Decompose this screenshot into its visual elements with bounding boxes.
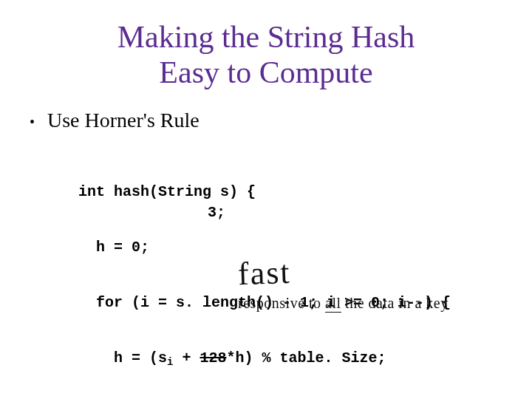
code-frag-4b: + (173, 349, 200, 366)
title-line-1: Making the String Hash (117, 20, 415, 54)
handwriting-fast: fast (237, 256, 291, 290)
code-frag-4a: h = (s (78, 349, 167, 366)
hand-resp-pre: responsive to (238, 295, 325, 311)
code-struck-128: 128 (200, 349, 226, 366)
code-line-4: h = (si + 128*h) % table. Size; (78, 349, 502, 367)
slide-title: Making the String Hash Easy to Compute (30, 19, 502, 91)
slide: Making the String Hash Easy to Compute •… (0, 0, 532, 399)
title-line-2: Easy to Compute (159, 55, 372, 89)
hand-resp-post: the data in a key (341, 295, 449, 311)
code-line-2: h = 0; (78, 238, 502, 256)
code-subscript-i: i (167, 356, 173, 368)
code-overlay-3: 3; (208, 203, 225, 222)
bullet-text-1: Use Horner's Rule (47, 109, 502, 132)
bullet-item-1: • Use Horner's Rule (30, 109, 502, 132)
handwriting-responsive: responsive to all the data in a key (238, 294, 449, 312)
hand-resp-underline-all: all (325, 295, 341, 313)
code-frag-4c: *h) % table. Size; (226, 349, 386, 366)
bullet-dot-icon: • (30, 112, 47, 132)
code-line-1: int hash(String s) { (78, 183, 502, 201)
